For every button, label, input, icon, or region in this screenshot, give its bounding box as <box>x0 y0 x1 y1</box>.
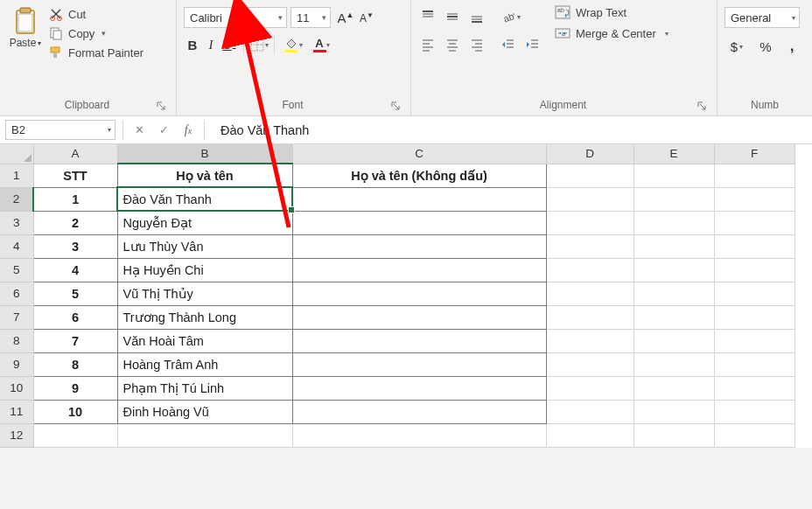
cell-stt[interactable]: 8 <box>33 352 117 376</box>
empty-cell[interactable] <box>546 423 634 447</box>
empty-cell[interactable] <box>546 329 634 352</box>
dialog-launcher-icon[interactable] <box>154 99 167 112</box>
empty-cell[interactable] <box>714 400 794 423</box>
row-header-6[interactable]: 6 <box>0 282 33 305</box>
empty-cell[interactable] <box>546 282 634 305</box>
dialog-launcher-icon[interactable] <box>695 99 708 112</box>
row-header-8[interactable]: 8 <box>0 329 33 352</box>
row-header-5[interactable]: 5 <box>0 258 33 282</box>
empty-cell[interactable] <box>634 187 714 211</box>
font-name-combo[interactable]: Calibri ▾ <box>184 7 287 28</box>
increase-font-button[interactable]: A▲ <box>336 8 355 27</box>
orientation-button[interactable]: ab ▾ <box>499 7 523 26</box>
borders-button[interactable]: ▾ <box>249 35 269 54</box>
empty-cell[interactable] <box>634 282 714 305</box>
column-header-C[interactable]: C <box>292 144 546 164</box>
fill-color-button[interactable]: ▾ <box>280 35 306 54</box>
name-box[interactable]: B2 ▾ <box>5 120 116 140</box>
empty-cell[interactable] <box>714 282 794 305</box>
cell-stt[interactable]: 10 <box>33 400 117 423</box>
cell-stt[interactable]: 6 <box>33 305 117 329</box>
empty-cell[interactable] <box>634 164 714 187</box>
format-painter-button[interactable]: Format Painter <box>49 45 144 59</box>
empty-cell[interactable] <box>546 352 634 376</box>
cut-button[interactable]: Cut <box>49 7 144 21</box>
merge-center-button[interactable]: a Merge & Center ▾ <box>555 26 668 40</box>
empty-cell[interactable] <box>634 211 714 234</box>
cell-name[interactable]: Văn Hoài Tâm <box>117 329 292 352</box>
accounting-format-button[interactable]: $▾ <box>724 37 749 56</box>
cell-noaccent[interactable] <box>292 400 546 423</box>
row-header-1[interactable]: 1 <box>0 164 33 187</box>
column-header-F[interactable]: F <box>714 144 794 164</box>
align-middle-button[interactable] <box>443 7 462 26</box>
underline-button[interactable]: U▾ <box>220 38 238 52</box>
empty-cell[interactable] <box>714 258 794 282</box>
decrease-indent-button[interactable] <box>499 35 518 54</box>
column-header-A[interactable]: A <box>33 144 117 164</box>
empty-cell[interactable] <box>634 376 714 400</box>
cell-stt[interactable]: 4 <box>33 258 117 282</box>
cancel-formula-button[interactable]: ✕ <box>127 121 151 140</box>
cell-name[interactable]: Hạ Huyền Chi <box>117 258 292 282</box>
align-left-button[interactable] <box>418 35 438 54</box>
row-header-2[interactable]: 2 <box>0 187 33 211</box>
empty-cell[interactable] <box>292 423 546 447</box>
cell-stt[interactable]: 3 <box>33 234 117 258</box>
italic-button[interactable]: I <box>203 38 219 52</box>
cell-name[interactable]: Lưu Thùy Vân <box>117 234 292 258</box>
empty-cell[interactable] <box>714 423 794 447</box>
empty-cell[interactable] <box>546 164 634 187</box>
empty-cell[interactable] <box>714 187 794 211</box>
cell-noaccent[interactable] <box>292 376 546 400</box>
comma-format-button[interactable]: , <box>782 37 802 56</box>
empty-cell[interactable] <box>714 376 794 400</box>
cell-stt[interactable]: 1 <box>33 187 117 211</box>
empty-cell[interactable] <box>714 234 794 258</box>
cell-stt[interactable]: 5 <box>33 282 117 305</box>
header-stt[interactable]: STT <box>33 164 117 187</box>
row-header-7[interactable]: 7 <box>0 305 33 329</box>
align-right-button[interactable] <box>467 35 486 54</box>
cell-name[interactable]: Đinh Hoàng Vũ <box>117 400 292 423</box>
empty-cell[interactable] <box>546 400 634 423</box>
font-size-combo[interactable]: 11 ▾ <box>290 7 331 28</box>
column-header-D[interactable]: D <box>546 144 634 164</box>
cell-name[interactable]: Nguyễn Đạt <box>117 211 292 234</box>
cell-stt[interactable]: 2 <box>33 211 117 234</box>
align-bottom-button[interactable] <box>467 7 486 26</box>
empty-cell[interactable] <box>546 376 634 400</box>
empty-cell[interactable] <box>546 305 634 329</box>
row-header-11[interactable]: 11 <box>0 400 33 423</box>
cell-noaccent[interactable] <box>292 211 546 234</box>
empty-cell[interactable] <box>634 305 714 329</box>
copy-button[interactable]: Copy ▾ <box>49 26 144 40</box>
paste-button[interactable]: Paste▾ <box>7 3 44 94</box>
empty-cell[interactable] <box>634 329 714 352</box>
align-center-button[interactable] <box>443 35 462 54</box>
spreadsheet-grid[interactable]: ABCDEF1STTHọ và tênHọ và tên (Không dấu)… <box>0 144 812 448</box>
empty-cell[interactable] <box>714 352 794 376</box>
cell-name[interactable]: Đào Văn Thanh <box>117 187 292 211</box>
select-all-corner[interactable] <box>0 144 33 164</box>
row-header-9[interactable]: 9 <box>0 352 33 376</box>
column-header-B[interactable]: B <box>117 144 292 164</box>
cell-noaccent[interactable] <box>292 305 546 329</box>
empty-cell[interactable] <box>714 164 794 187</box>
row-header-3[interactable]: 3 <box>0 211 33 234</box>
cell-noaccent[interactable] <box>292 187 546 211</box>
cell-name[interactable]: Vũ Thị Thủy <box>117 282 292 305</box>
empty-cell[interactable] <box>546 211 634 234</box>
empty-cell[interactable] <box>117 423 292 447</box>
cell-noaccent[interactable] <box>292 352 546 376</box>
cell-name[interactable]: Hoàng Trâm Anh <box>117 352 292 376</box>
dialog-launcher-icon[interactable] <box>388 99 402 112</box>
align-top-button[interactable] <box>418 7 438 26</box>
cell-noaccent[interactable] <box>292 329 546 352</box>
bold-button[interactable]: B <box>184 38 201 52</box>
cell-noaccent[interactable] <box>292 258 546 282</box>
row-header-4[interactable]: 4 <box>0 234 33 258</box>
font-color-button[interactable]: A ▾ <box>308 35 334 54</box>
empty-cell[interactable] <box>546 187 634 211</box>
number-format-combo[interactable]: General ▾ <box>724 7 800 28</box>
